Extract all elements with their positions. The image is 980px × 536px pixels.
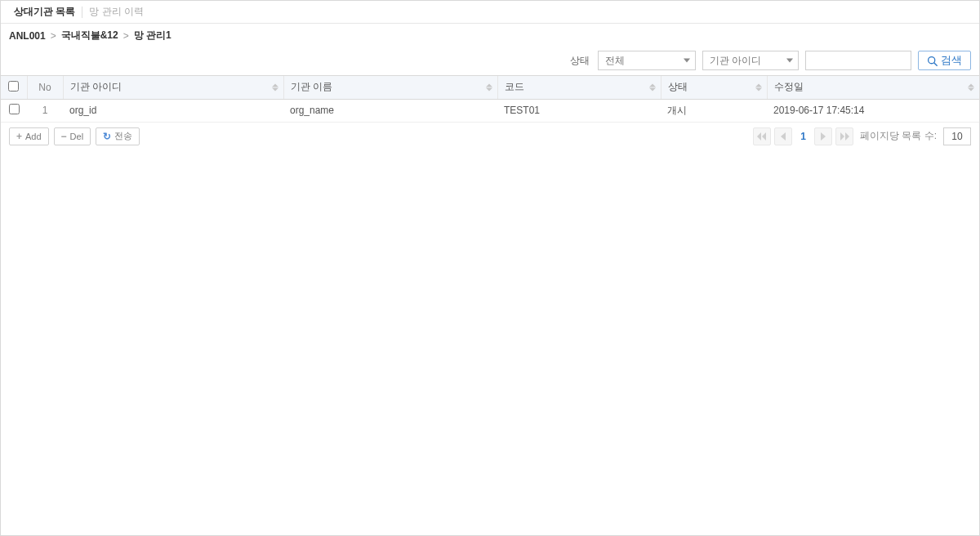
chevron-left-icon: [780, 132, 786, 141]
cell-org-id: org_id: [63, 99, 283, 122]
double-chevron-left-icon: [757, 132, 767, 141]
data-table: No 기관 아이디 기관 이름 코드 상태: [1, 76, 979, 123]
add-button[interactable]: + Add: [9, 127, 49, 145]
breadcrumb-sep: >: [123, 30, 129, 42]
table-row[interactable]: 1 org_id org_name TEST01 개시 2019-06-17 1…: [1, 99, 979, 122]
pager: 1: [753, 127, 853, 145]
tab-label: 상대기관 목록: [14, 5, 75, 19]
perpage-input[interactable]: [943, 127, 971, 145]
grid-footer: + Add − Del ↻ 전송: [1, 123, 979, 150]
table-header-row: No 기관 아이디 기관 이름 코드 상태: [1, 76, 979, 99]
col-header-label: 상태: [668, 81, 688, 92]
footer-actions: + Add − Del ↻ 전송: [9, 127, 140, 145]
col-header-org-id[interactable]: 기관 아이디: [63, 76, 283, 99]
tab-partner-org-list[interactable]: 상대기관 목록: [7, 1, 82, 23]
search-icon: [927, 56, 938, 66]
footer-pagination: 1 페이지당 목록 수:: [753, 127, 971, 145]
search-input[interactable]: [805, 51, 911, 70]
search-button[interactable]: 검색: [918, 51, 971, 70]
pager-current-page: 1: [795, 131, 811, 142]
pager-last-button[interactable]: [835, 127, 853, 145]
breadcrumb-item-2[interactable]: 국내직불&12: [61, 29, 118, 42]
col-header-label: 기관 아이디: [70, 81, 122, 92]
sort-indicator: [272, 83, 278, 91]
page-container: 상대기관 목록 망 관리 이력 ANL001 > 국내직불&12 > 망 관리1…: [0, 0, 980, 536]
cell-org-name: org_name: [283, 99, 497, 122]
chevron-right-icon: [820, 132, 826, 141]
sort-indicator: [486, 83, 492, 91]
chevron-down-icon: [684, 59, 690, 63]
row-checkbox-cell: [1, 99, 27, 122]
status-filter-select[interactable]: 전체: [598, 51, 696, 70]
cell-status: 개시: [661, 99, 767, 122]
col-header-checkbox: [1, 76, 27, 99]
button-label: Add: [25, 132, 42, 141]
send-icon: ↻: [103, 132, 111, 141]
svg-line-1: [934, 62, 937, 65]
cell-code: TEST01: [497, 99, 661, 122]
col-header-org-name[interactable]: 기관 이름: [283, 76, 497, 99]
sort-indicator: [649, 83, 656, 91]
delete-button[interactable]: − Del: [54, 127, 91, 145]
search-button-label: 검색: [941, 53, 962, 68]
col-header-code[interactable]: 코드: [497, 76, 661, 99]
pager-next-button[interactable]: [814, 127, 832, 145]
row-checkbox[interactable]: [9, 104, 20, 114]
col-header-label: No: [38, 82, 51, 93]
minus-icon: −: [61, 132, 67, 141]
select-value: 전체: [605, 54, 625, 68]
select-all-checkbox[interactable]: [8, 81, 19, 92]
data-grid: No 기관 아이디 기관 이름 코드 상태: [1, 75, 979, 123]
status-filter-label: 상태: [570, 54, 590, 68]
sort-indicator: [968, 83, 974, 91]
pager-first-button[interactable]: [753, 127, 771, 145]
breadcrumb-item-1[interactable]: ANL001: [9, 30, 46, 42]
col-header-label: 코드: [505, 81, 524, 92]
tab-label: 망 관리 이력: [89, 5, 144, 19]
button-label: Del: [70, 132, 84, 141]
col-header-no[interactable]: No: [27, 76, 63, 99]
breadcrumb-sep: >: [51, 30, 56, 42]
chevron-down-icon: [786, 59, 793, 63]
search-field-select[interactable]: 기관 아이디: [702, 51, 799, 70]
pager-prev-button[interactable]: [774, 127, 792, 145]
tab-bar: 상대기관 목록 망 관리 이력: [1, 1, 979, 24]
col-header-updated[interactable]: 수정일: [767, 76, 979, 99]
button-label: 전송: [114, 130, 132, 142]
cell-no: 1: [27, 99, 63, 122]
col-header-label: 기관 이름: [291, 81, 332, 92]
tab-network-history[interactable]: 망 관리 이력: [82, 1, 150, 23]
col-header-label: 수정일: [774, 81, 804, 92]
col-header-status[interactable]: 상태: [661, 76, 767, 99]
breadcrumb-item-3[interactable]: 망 관리1: [134, 29, 172, 42]
select-value: 기관 아이디: [710, 54, 761, 68]
breadcrumb: ANL001 > 국내직불&12 > 망 관리1: [9, 29, 971, 42]
plus-icon: +: [16, 132, 22, 141]
send-button[interactable]: ↻ 전송: [96, 127, 140, 145]
breadcrumb-bar: ANL001 > 국내직불&12 > 망 관리1: [1, 24, 979, 46]
perpage-label: 페이지당 목록 수:: [860, 129, 937, 143]
sort-indicator: [755, 83, 762, 91]
cell-updated: 2019-06-17 17:45:14: [767, 99, 979, 122]
filter-bar: 상태 전체 기관 아이디 검색: [1, 46, 979, 75]
double-chevron-right-icon: [840, 132, 849, 141]
